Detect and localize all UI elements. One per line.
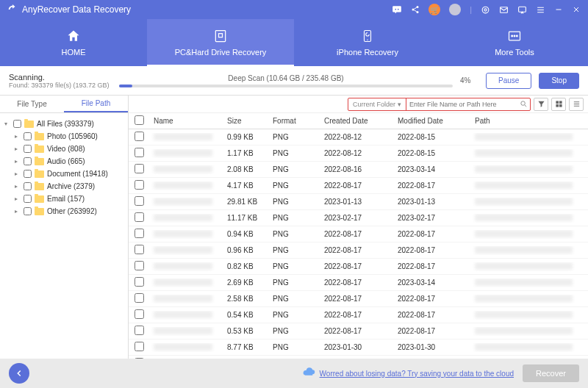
feedback-icon[interactable] [517, 5, 527, 15]
tree-item[interactable]: ▸Audio (665) [3, 155, 125, 168]
expand-icon[interactable]: ▸ [15, 195, 21, 202]
share-icon[interactable] [411, 5, 420, 14]
recover-button[interactable]: Recover [523, 364, 579, 382]
target-icon[interactable] [481, 5, 490, 15]
expand-icon[interactable]: ▸ [15, 183, 21, 190]
search-icon[interactable] [517, 98, 530, 110]
col-size[interactable]: Size [223, 117, 268, 125]
pause-button[interactable]: Pause [486, 73, 531, 89]
tree-label: Archive (2379) [47, 182, 95, 190]
table-row[interactable]: 0.94 KBPNG2022-08-172022-08-17 [129, 226, 588, 242]
user-avatar[interactable] [449, 4, 461, 15]
tree-item[interactable]: ▸Photo (105960) [3, 130, 125, 143]
row-checkbox[interactable] [135, 261, 144, 270]
row-checkbox[interactable] [135, 132, 144, 141]
col-format[interactable]: Format [268, 117, 320, 125]
table-row[interactable]: 2.69 KBPNG2022-08-172023-03-14 [129, 275, 588, 291]
tree-label: Video (808) [47, 145, 85, 153]
row-checkbox[interactable] [135, 212, 144, 222]
tree-item[interactable]: ▸Archive (2379) [3, 180, 125, 193]
row-checkbox[interactable] [135, 245, 144, 254]
sidebar-tab-file-type[interactable]: File Type [0, 96, 64, 112]
row-checkbox[interactable] [135, 293, 144, 303]
search-scope-select[interactable]: Current Folder ▾ [348, 98, 406, 110]
row-checkbox[interactable] [135, 309, 144, 319]
tree-item[interactable]: ▸Document (19418) [3, 168, 125, 180]
svg-rect-6 [519, 7, 526, 12]
row-checkbox[interactable] [135, 148, 144, 157]
expand-icon[interactable]: ▸ [15, 146, 21, 152]
cell-created: 2022-08-17 [320, 230, 393, 238]
table-row[interactable]: 0.96 KBPNG2022-08-172022-08-17 [129, 242, 588, 259]
expand-icon[interactable]: ▸ [15, 133, 21, 140]
row-checkbox[interactable] [135, 229, 144, 238]
list-view-icon[interactable] [569, 98, 584, 111]
expand-icon[interactable]: ▸ [15, 158, 21, 165]
col-modified[interactable]: Modified Date [393, 117, 470, 125]
col-created[interactable]: Created Date [320, 117, 393, 125]
cart-icon[interactable]: 🛒 [429, 4, 440, 15]
table-row[interactable]: 0.82 KBPNG2022-08-172022-08-17 [129, 259, 588, 275]
nav-tab-iphone-recovery[interactable]: iPhone Recovery [294, 19, 441, 66]
filter-icon[interactable] [534, 98, 548, 111]
close-button[interactable] [572, 5, 581, 14]
col-name[interactable]: Name [149, 117, 223, 125]
cell-modified: 2023-03-14 [393, 279, 470, 287]
mail-icon[interactable] [499, 5, 509, 15]
tree-checkbox[interactable] [13, 120, 21, 128]
grid-view-icon[interactable] [551, 98, 566, 111]
search-input[interactable] [406, 98, 517, 110]
nav-tab-pc-hard-drive-recovery[interactable]: PC&Hard Drive Recovery [147, 19, 294, 66]
table-row[interactable]: 0.68 KBPNG2022-08-172022-08-17 [129, 356, 588, 359]
select-all-checkbox[interactable] [135, 115, 144, 125]
cell-modified: 2023-01-13 [393, 198, 470, 206]
tree-item[interactable]: ▸Other (263992) [3, 205, 125, 218]
table-row[interactable]: 2.58 KBPNG2022-08-172022-08-17 [129, 291, 588, 307]
row-checkbox[interactable] [135, 180, 144, 190]
tree-checkbox[interactable] [24, 132, 32, 140]
tree-checkbox[interactable] [24, 170, 32, 178]
cloud-link[interactable]: Worred about losing data? Try saving you… [320, 370, 514, 378]
table-row[interactable]: 2.08 KBPNG2022-08-162023-03-14 [129, 162, 588, 178]
row-checkbox[interactable] [135, 196, 144, 206]
table-row[interactable]: 8.77 KBPNG2023-01-302023-01-30 [129, 340, 588, 356]
table-row[interactable]: 4.17 KBPNG2022-08-172022-08-17 [129, 178, 588, 194]
row-checkbox[interactable] [135, 277, 144, 287]
nav-tab-more-tools[interactable]: More Tools [441, 19, 588, 66]
row-checkbox[interactable] [135, 358, 144, 359]
tree-checkbox[interactable] [24, 207, 32, 215]
row-checkbox[interactable] [135, 342, 144, 351]
expand-icon[interactable]: ▾ [4, 121, 10, 127]
tree-checkbox[interactable] [24, 182, 32, 190]
row-checkbox[interactable] [135, 164, 144, 173]
table-row[interactable]: 11.17 KBPNG2023-02-172023-02-17 [129, 210, 588, 226]
nav-tab-home[interactable]: HOME [0, 19, 147, 66]
tree-item[interactable]: ▾All Files (393379) [3, 118, 125, 130]
back-button[interactable] [9, 363, 29, 384]
tree-checkbox[interactable] [24, 145, 32, 153]
expand-icon[interactable]: ▸ [15, 208, 21, 215]
discord-icon[interactable] [392, 4, 402, 15]
cell-name [149, 327, 223, 336]
table-row[interactable]: 0.99 KBPNG2022-08-122022-08-15 [129, 129, 588, 146]
tree-item[interactable]: ▸Video (808) [3, 143, 125, 155]
table-row[interactable]: 29.81 KBPNG2023-01-132023-01-13 [129, 194, 588, 210]
row-checkbox[interactable] [135, 326, 144, 335]
scan-found-label: Found: 393379 file(s) (193.72 GB) [9, 82, 112, 89]
menu-icon[interactable] [536, 5, 545, 15]
tree-checkbox[interactable] [24, 195, 32, 203]
sidebar-tab-file-path[interactable]: File Path [64, 96, 128, 112]
nav-tab-icon [506, 29, 523, 43]
minimize-button[interactable] [554, 5, 563, 14]
tree-checkbox[interactable] [24, 157, 32, 165]
expand-icon[interactable]: ▸ [15, 170, 21, 177]
tree-item[interactable]: ▸Email (157) [3, 193, 125, 205]
col-path[interactable]: Path [470, 117, 588, 125]
app-title: AnyRecover Data Recovery [22, 4, 392, 15]
stop-button[interactable]: Stop [539, 73, 579, 89]
table-row[interactable]: 0.54 KBPNG2022-08-172022-08-17 [129, 307, 588, 323]
nav-tab-icon [65, 29, 82, 43]
table-row[interactable]: 0.53 KBPNG2022-08-172022-08-17 [129, 323, 588, 340]
scan-percent: 4% [460, 76, 478, 85]
table-row[interactable]: 1.17 KBPNG2022-08-122022-08-15 [129, 146, 588, 162]
